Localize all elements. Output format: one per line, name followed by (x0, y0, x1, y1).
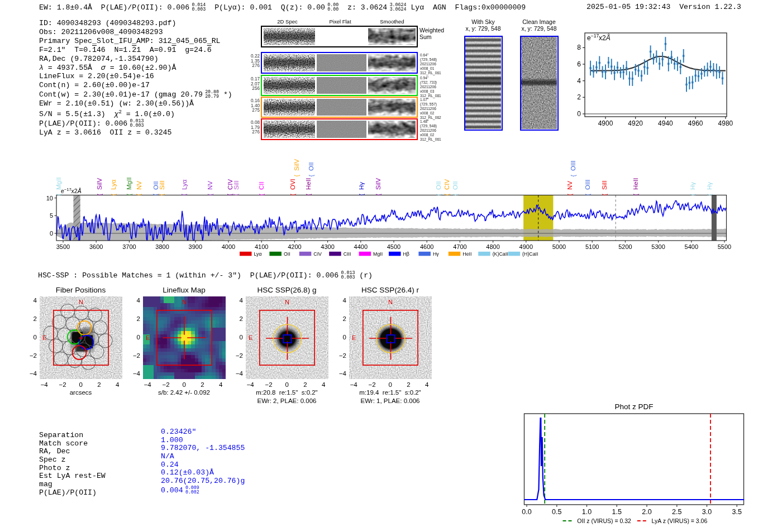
svg-text:MgII: MgII (126, 178, 132, 190)
svg-text:8: 8 (577, 44, 581, 51)
svg-text:Lyα: Lyα (254, 251, 262, 257)
svg-text:SiIV: SiIV (375, 178, 382, 190)
svg-text:(H)CaII: (H)CaII (522, 251, 538, 257)
svg-text:Hγ: Hγ (689, 182, 696, 190)
svg-text:Hγ: Hγ (358, 182, 365, 190)
svg-text:3700: 3700 (122, 243, 136, 250)
svg-text:5400: 5400 (685, 243, 698, 250)
svg-text:Hβ: Hβ (403, 251, 409, 257)
svg-text:3500: 3500 (56, 243, 70, 250)
svg-text:{: { (633, 194, 639, 196)
svg-text:HeII: HeII (632, 178, 639, 190)
svg-text:3.5: 3.5 (732, 508, 742, 516)
svg-text:{: { (294, 175, 300, 177)
svg-text:Phot z PDF: Phot z PDF (614, 402, 653, 411)
svg-text:Hγ: Hγ (433, 251, 439, 257)
svg-text:{: { (136, 194, 142, 196)
svg-text:Hγ: Hγ (706, 182, 713, 190)
svg-text:10: 10 (46, 195, 53, 202)
svg-text:(K)CaII: (K)CaII (493, 251, 508, 257)
svg-text:4000: 4000 (222, 243, 235, 250)
svg-text:OII: OII (284, 251, 290, 257)
svg-text:E: E (249, 334, 252, 341)
svg-text:e−17x2Å: e−17x2Å (61, 187, 82, 195)
svg-text:5000: 5000 (552, 243, 566, 250)
svg-text:{: { (570, 175, 576, 177)
svg-text:HeII: HeII (462, 251, 471, 257)
svg-text:OII: OII (452, 181, 459, 190)
svg-text:N: N (79, 299, 83, 305)
svg-text:4600: 4600 (420, 243, 433, 250)
svg-text:N: N (285, 299, 289, 305)
svg-text:4940: 4940 (658, 119, 673, 127)
svg-text:4900: 4900 (598, 119, 613, 127)
svg-text:2.5: 2.5 (672, 508, 681, 516)
svg-text:OII z (VIRUS) = 0.32: OII z (VIRUS) = 0.32 (577, 517, 631, 524)
svg-text:E: E (352, 334, 356, 341)
svg-text:3800: 3800 (155, 243, 169, 250)
svg-text:{: { (306, 194, 312, 196)
svg-text:{: { (707, 194, 713, 196)
svg-text:{: { (375, 194, 382, 196)
svg-text:0.5: 0.5 (552, 508, 561, 516)
svg-text:4900: 4900 (519, 243, 533, 250)
svg-text:{: { (152, 194, 159, 196)
svg-text:4200: 4200 (288, 243, 301, 250)
svg-text:{: { (227, 194, 233, 196)
svg-text:1.5: 1.5 (612, 508, 622, 516)
svg-text:OII: OII (435, 181, 442, 190)
svg-text:4800: 4800 (486, 243, 499, 250)
svg-text:0: 0 (577, 110, 581, 118)
svg-text:CIV: CIV (313, 251, 322, 257)
svg-text:4500: 4500 (387, 243, 400, 250)
svg-text:1.0: 1.0 (582, 508, 592, 516)
svg-text:2.0: 2.0 (642, 508, 651, 516)
svg-text:3600: 3600 (89, 243, 103, 250)
svg-text:LyA z (VIRUS) = 3.06: LyA z (VIRUS) = 3.06 (652, 517, 708, 524)
svg-text:OIII: OIII (570, 160, 576, 171)
svg-text:Lyα: Lyα (110, 179, 117, 190)
svg-text:NV: NV (136, 181, 142, 190)
svg-text:{: { (359, 194, 365, 196)
svg-text:{: { (290, 194, 296, 196)
svg-text:SiII: SiII (233, 180, 240, 190)
svg-text:4980: 4980 (718, 119, 733, 127)
svg-text:{: { (308, 175, 314, 177)
svg-text:N: N (388, 299, 393, 305)
svg-text:5200: 5200 (618, 243, 632, 250)
svg-text:NV: NV (566, 181, 573, 190)
svg-text:{: { (97, 194, 103, 196)
svg-text:{: { (159, 194, 165, 196)
svg-text:3900: 3900 (189, 243, 202, 250)
svg-text:SiII: SiII (159, 180, 165, 190)
svg-text:{: { (259, 194, 265, 196)
svg-text:e−17x2Å: e−17x2Å (587, 33, 611, 42)
svg-text:4960: 4960 (688, 119, 703, 127)
svg-text:3.0: 3.0 (702, 508, 712, 516)
svg-text:5: 5 (50, 212, 53, 219)
svg-text:{: { (233, 194, 239, 196)
svg-text:{: { (602, 194, 608, 196)
svg-text:{: { (126, 194, 132, 196)
svg-text:4400: 4400 (354, 243, 368, 250)
svg-text:5100: 5100 (585, 243, 599, 250)
svg-text:N: N (182, 299, 187, 305)
svg-text:{: { (452, 194, 459, 196)
svg-text:4300: 4300 (321, 243, 334, 250)
svg-text:{: { (690, 194, 696, 196)
svg-text:4: 4 (577, 77, 581, 85)
svg-text:0.0: 0.0 (522, 508, 531, 516)
svg-text:SiIV: SiIV (293, 159, 300, 171)
svg-text:0: 0 (50, 230, 53, 237)
svg-text:{: { (585, 194, 591, 196)
svg-text:{: { (436, 194, 442, 196)
svg-text:{: { (181, 194, 187, 196)
svg-text:CIII: CIII (344, 251, 351, 257)
svg-text:4100: 4100 (255, 243, 268, 250)
svg-text:5300: 5300 (651, 243, 665, 250)
svg-text:MgII: MgII (373, 251, 383, 257)
svg-text:SiIV: SiIV (96, 178, 103, 190)
svg-text:{: { (111, 194, 117, 196)
svg-text:OVI: OVI (289, 179, 296, 190)
svg-text:NV: NV (207, 181, 213, 190)
